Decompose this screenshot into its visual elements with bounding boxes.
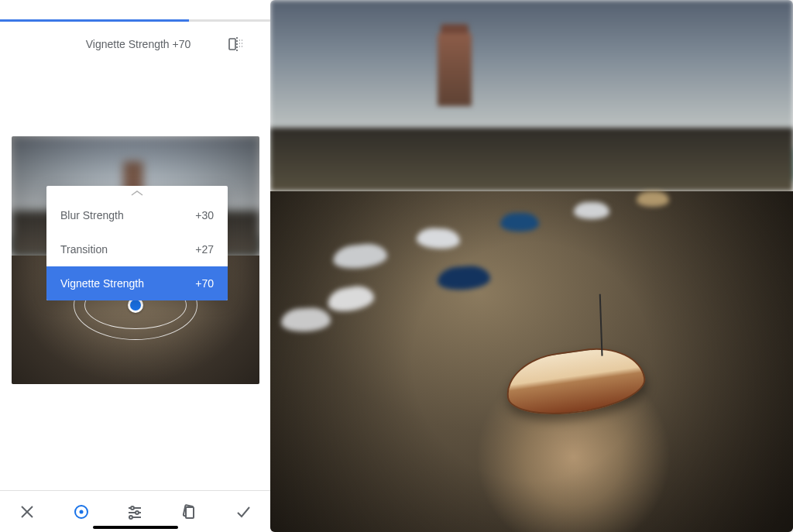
close-button[interactable] [12,496,43,527]
svg-point-10 [131,506,134,510]
param-value: +30 [195,209,214,221]
svg-rect-0 [229,39,235,50]
svg-point-14 [129,516,132,519]
focus-tool-button[interactable] [66,496,97,527]
parameter-popup: Blur Strength+30Transition+27Vignette St… [46,186,228,300]
param-row-transition[interactable]: Transition+27 [46,232,228,266]
chevron-up-icon[interactable] [46,186,228,198]
home-indicator[interactable] [93,526,178,529]
param-row-blur-strength[interactable]: Blur Strength+30 [46,198,228,232]
param-value: +27 [195,243,214,256]
current-parameter-label: Vignette Strength +70 [48,38,228,50]
param-label: Blur Strength [60,209,124,221]
svg-point-12 [136,511,139,514]
compare-icon[interactable] [228,36,245,53]
param-value: +70 [195,277,214,290]
svg-point-8 [79,510,83,513]
header-row: Vignette Strength +70 [0,22,270,67]
adjust-tool-button[interactable] [119,496,150,527]
param-label: Transition [60,243,108,256]
result-preview [270,0,793,532]
styles-tool-button[interactable] [173,496,204,527]
apply-button[interactable] [228,496,259,527]
editor-panel: Vignette Strength +70 [0,0,270,532]
svg-rect-16 [186,507,194,518]
param-row-vignette-strength[interactable]: Vignette Strength+70 [46,266,228,300]
param-label: Vignette Strength [60,277,144,290]
